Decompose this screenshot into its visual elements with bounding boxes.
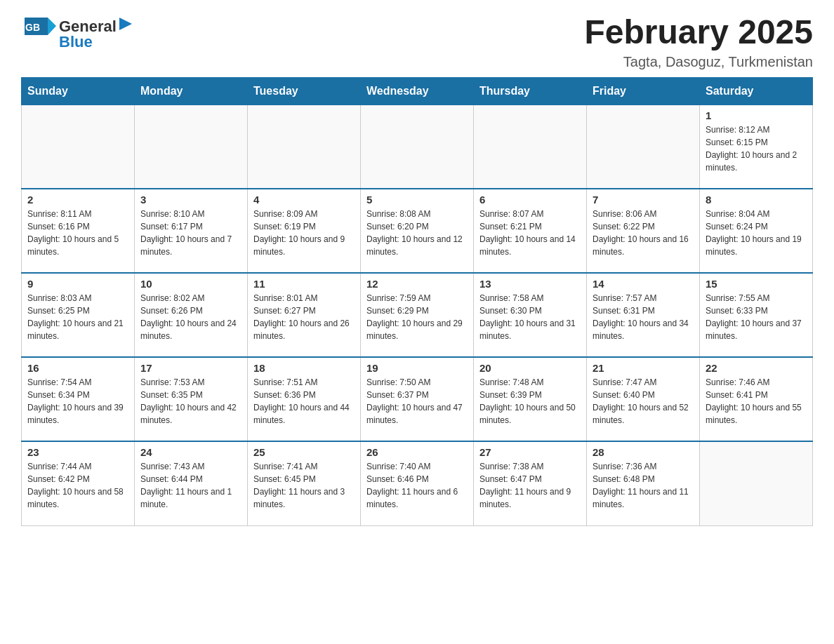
weekday-tuesday: Tuesday (248, 77, 361, 105)
day-number: 13 (479, 278, 581, 290)
calendar-cell: 6Sunrise: 8:07 AM Sunset: 6:21 PM Daylig… (474, 189, 587, 273)
calendar-subtitle: Tagta, Dasoguz, Turkmenistan (584, 54, 813, 70)
day-info: Sunrise: 7:58 AM Sunset: 6:30 PM Dayligh… (479, 292, 581, 342)
calendar-cell: 16Sunrise: 7:54 AM Sunset: 6:34 PM Dayli… (22, 357, 135, 441)
calendar-cell: 1Sunrise: 8:12 AM Sunset: 6:15 PM Daylig… (700, 105, 813, 189)
day-info: Sunrise: 8:09 AM Sunset: 6:19 PM Dayligh… (253, 208, 355, 258)
calendar-cell (587, 105, 700, 189)
calendar-cell: 18Sunrise: 7:51 AM Sunset: 6:36 PM Dayli… (248, 357, 361, 441)
calendar-cell: 14Sunrise: 7:57 AM Sunset: 6:31 PM Dayli… (587, 273, 700, 357)
day-info: Sunrise: 8:10 AM Sunset: 6:17 PM Dayligh… (140, 208, 241, 258)
weekday-header-row: SundayMondayTuesdayWednesdayThursdayFrid… (22, 77, 813, 105)
calendar-cell: 23Sunrise: 7:44 AM Sunset: 6:42 PM Dayli… (22, 441, 135, 525)
day-number: 21 (593, 362, 694, 374)
day-number: 14 (593, 278, 694, 290)
logo: GB General Blue (21, 14, 133, 53)
calendar-cell: 10Sunrise: 8:02 AM Sunset: 6:26 PM Dayli… (135, 273, 248, 357)
day-number: 9 (27, 278, 128, 290)
day-number: 19 (366, 362, 468, 374)
day-number: 2 (27, 194, 128, 206)
page-header: GB General Blue February 2025 Tagta, Das… (21, 14, 813, 70)
day-info: Sunrise: 7:47 AM Sunset: 6:40 PM Dayligh… (593, 376, 694, 427)
day-info: Sunrise: 7:55 AM Sunset: 6:33 PM Dayligh… (706, 292, 807, 342)
week-row-4: 16Sunrise: 7:54 AM Sunset: 6:34 PM Dayli… (22, 357, 813, 441)
calendar-table: SundayMondayTuesdayWednesdayThursdayFrid… (21, 77, 813, 526)
day-number: 25 (253, 446, 355, 458)
title-block: February 2025 Tagta, Dasoguz, Turkmenist… (584, 14, 813, 70)
weekday-saturday: Saturday (700, 77, 813, 105)
weekday-wednesday: Wednesday (361, 77, 474, 105)
calendar-cell (22, 105, 135, 189)
day-number: 23 (27, 446, 128, 458)
calendar-cell: 2Sunrise: 8:11 AM Sunset: 6:16 PM Daylig… (22, 189, 135, 273)
day-info: Sunrise: 8:06 AM Sunset: 6:22 PM Dayligh… (593, 208, 694, 258)
calendar-cell: 26Sunrise: 7:40 AM Sunset: 6:46 PM Dayli… (361, 441, 474, 525)
svg-text:GB: GB (25, 22, 40, 33)
calendar-cell: 21Sunrise: 7:47 AM Sunset: 6:40 PM Dayli… (587, 357, 700, 441)
calendar-cell: 4Sunrise: 8:09 AM Sunset: 6:19 PM Daylig… (248, 189, 361, 273)
calendar-cell: 15Sunrise: 7:55 AM Sunset: 6:33 PM Dayli… (700, 273, 813, 357)
day-info: Sunrise: 7:48 AM Sunset: 6:39 PM Dayligh… (479, 376, 581, 427)
day-info: Sunrise: 7:51 AM Sunset: 6:36 PM Dayligh… (253, 376, 355, 427)
calendar-cell: 24Sunrise: 7:43 AM Sunset: 6:44 PM Dayli… (135, 441, 248, 525)
week-row-1: 1Sunrise: 8:12 AM Sunset: 6:15 PM Daylig… (22, 105, 813, 189)
day-number: 3 (140, 194, 241, 206)
day-info: Sunrise: 7:50 AM Sunset: 6:37 PM Dayligh… (366, 376, 468, 427)
day-info: Sunrise: 8:11 AM Sunset: 6:16 PM Dayligh… (27, 208, 128, 258)
weekday-monday: Monday (135, 77, 248, 105)
calendar-cell: 22Sunrise: 7:46 AM Sunset: 6:41 PM Dayli… (700, 357, 813, 441)
day-number: 7 (593, 194, 694, 206)
day-number: 22 (706, 362, 807, 374)
day-number: 18 (253, 362, 355, 374)
calendar-cell: 20Sunrise: 7:48 AM Sunset: 6:39 PM Dayli… (474, 357, 587, 441)
calendar-cell: 3Sunrise: 8:10 AM Sunset: 6:17 PM Daylig… (135, 189, 248, 273)
weekday-thursday: Thursday (474, 77, 587, 105)
day-number: 26 (366, 446, 468, 458)
day-info: Sunrise: 7:41 AM Sunset: 6:45 PM Dayligh… (253, 460, 355, 511)
calendar-cell: 8Sunrise: 8:04 AM Sunset: 6:24 PM Daylig… (700, 189, 813, 273)
day-number: 4 (253, 194, 355, 206)
logo-icon: GB (21, 14, 56, 53)
day-info: Sunrise: 7:44 AM Sunset: 6:42 PM Dayligh… (27, 460, 128, 511)
calendar-cell (248, 105, 361, 189)
day-info: Sunrise: 8:08 AM Sunset: 6:20 PM Dayligh… (366, 208, 468, 258)
calendar-cell: 19Sunrise: 7:50 AM Sunset: 6:37 PM Dayli… (361, 357, 474, 441)
svg-marker-1 (48, 18, 56, 35)
day-info: Sunrise: 8:04 AM Sunset: 6:24 PM Dayligh… (706, 208, 807, 258)
logo-text-blue: Blue (59, 33, 93, 51)
svg-marker-3 (119, 18, 132, 30)
day-number: 20 (479, 362, 581, 374)
day-info: Sunrise: 8:07 AM Sunset: 6:21 PM Dayligh… (479, 208, 581, 258)
day-info: Sunrise: 8:01 AM Sunset: 6:27 PM Dayligh… (253, 292, 355, 342)
calendar-cell: 27Sunrise: 7:38 AM Sunset: 6:47 PM Dayli… (474, 441, 587, 525)
day-number: 16 (27, 362, 128, 374)
calendar-cell (474, 105, 587, 189)
weekday-friday: Friday (587, 77, 700, 105)
day-info: Sunrise: 7:40 AM Sunset: 6:46 PM Dayligh… (366, 460, 468, 511)
day-number: 10 (140, 278, 241, 290)
calendar-cell: 5Sunrise: 8:08 AM Sunset: 6:20 PM Daylig… (361, 189, 474, 273)
day-number: 17 (140, 362, 241, 374)
calendar-cell (361, 105, 474, 189)
day-number: 5 (366, 194, 468, 206)
week-row-5: 23Sunrise: 7:44 AM Sunset: 6:42 PM Dayli… (22, 441, 813, 525)
day-number: 24 (140, 446, 241, 458)
day-number: 11 (253, 278, 355, 290)
week-row-2: 2Sunrise: 8:11 AM Sunset: 6:16 PM Daylig… (22, 189, 813, 273)
day-info: Sunrise: 7:54 AM Sunset: 6:34 PM Dayligh… (27, 376, 128, 427)
day-info: Sunrise: 8:02 AM Sunset: 6:26 PM Dayligh… (140, 292, 241, 342)
calendar-cell (700, 441, 813, 525)
day-number: 27 (479, 446, 581, 458)
day-number: 28 (593, 446, 694, 458)
weekday-sunday: Sunday (22, 77, 135, 105)
day-info: Sunrise: 7:43 AM Sunset: 6:44 PM Dayligh… (140, 460, 241, 511)
day-number: 1 (706, 109, 807, 121)
week-row-3: 9Sunrise: 8:03 AM Sunset: 6:25 PM Daylig… (22, 273, 813, 357)
day-number: 8 (706, 194, 807, 206)
day-number: 15 (706, 278, 807, 290)
day-info: Sunrise: 7:38 AM Sunset: 6:47 PM Dayligh… (479, 460, 581, 511)
logo-arrow-icon (118, 16, 133, 32)
day-number: 12 (366, 278, 468, 290)
calendar-cell: 7Sunrise: 8:06 AM Sunset: 6:22 PM Daylig… (587, 189, 700, 273)
day-info: Sunrise: 8:12 AM Sunset: 6:15 PM Dayligh… (706, 123, 807, 174)
